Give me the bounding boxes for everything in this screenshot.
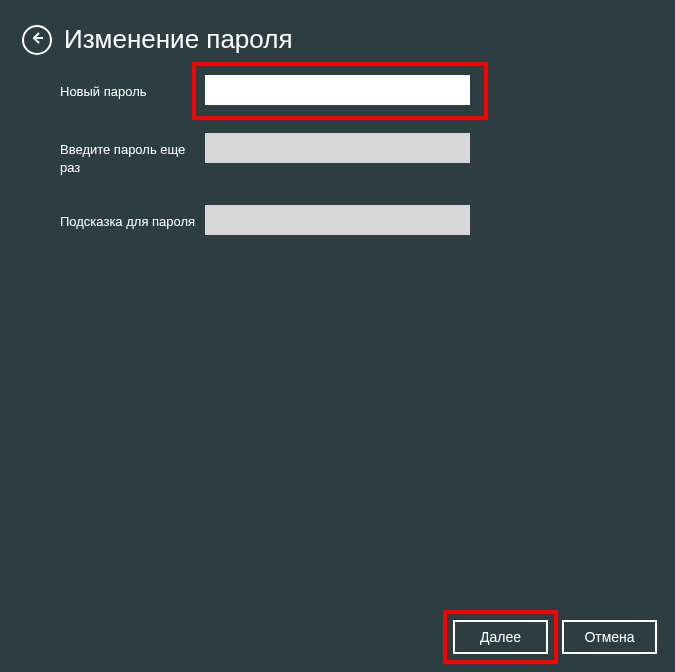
input-wrapper <box>205 75 470 105</box>
header: Изменение пароля <box>0 0 675 75</box>
hint-input[interactable] <box>205 205 470 235</box>
page-title: Изменение пароля <box>64 24 292 55</box>
form-row-hint: Подсказка для пароля <box>60 205 615 235</box>
input-wrapper <box>205 205 470 235</box>
form-row-new-password: Новый пароль <box>60 75 615 105</box>
hint-label: Подсказка для пароля <box>60 205 205 231</box>
next-button[interactable]: Далее <box>453 620 548 654</box>
new-password-label: Новый пароль <box>60 75 205 101</box>
confirm-password-label: Введите пароль еще раз <box>60 133 205 177</box>
confirm-password-input[interactable] <box>205 133 470 163</box>
footer: Далее Отмена <box>453 620 657 654</box>
btn-wrapper: Далее <box>453 620 548 654</box>
input-wrapper <box>205 133 470 163</box>
form-row-confirm-password: Введите пароль еще раз <box>60 133 615 177</box>
cancel-button[interactable]: Отмена <box>562 620 657 654</box>
form-container: Новый пароль Введите пароль еще раз Подс… <box>0 75 675 235</box>
back-button[interactable] <box>22 25 52 55</box>
new-password-input[interactable] <box>205 75 470 105</box>
arrow-left-icon <box>29 30 45 50</box>
